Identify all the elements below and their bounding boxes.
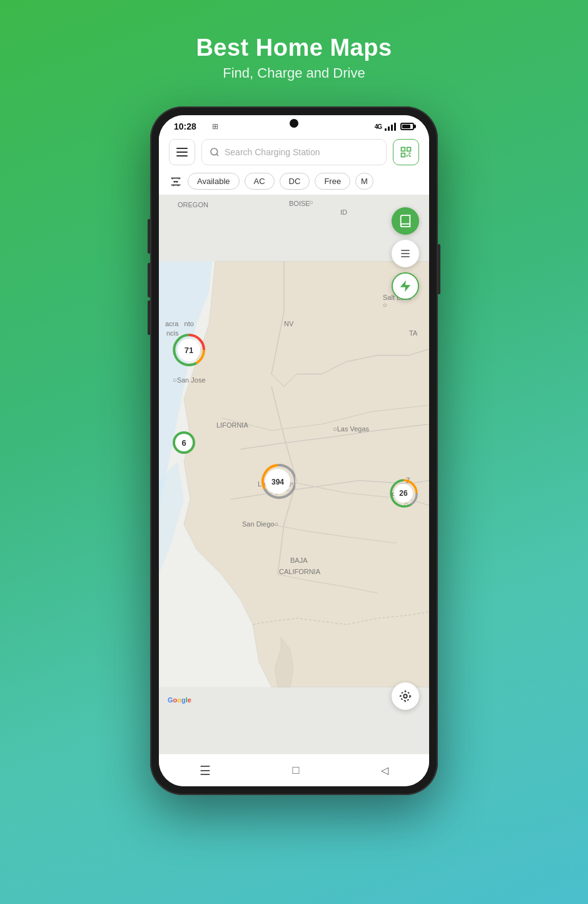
search-placeholder: Search Charging Station xyxy=(225,147,378,157)
label-san-jose: ○San Jose xyxy=(173,376,206,384)
label-nv: NV xyxy=(284,320,293,327)
status-time: 10:28 xyxy=(174,121,196,131)
label-boise: BOISE xyxy=(289,200,310,207)
label-oregon: OREGON xyxy=(178,201,208,208)
menu-button[interactable] xyxy=(169,139,195,165)
nav-home-button[interactable]: □ xyxy=(293,764,300,777)
filter-ac[interactable]: AC xyxy=(245,173,275,190)
signal-bar-4 xyxy=(394,123,396,131)
signal-4g-icon: 4G xyxy=(375,123,382,130)
bottom-nav: ☰ □ ◁ xyxy=(159,754,429,786)
app-title: Best Home Maps xyxy=(196,34,392,61)
signal-bar-2 xyxy=(388,126,390,131)
app-subtitle: Find, Charge and Drive xyxy=(196,65,392,81)
signal-bars xyxy=(385,122,396,131)
svg-marker-36 xyxy=(400,280,411,292)
filter-more[interactable]: M xyxy=(355,173,373,190)
signal-bar-1 xyxy=(385,128,387,131)
svg-text:26: 26 xyxy=(399,489,408,498)
camera-notch xyxy=(290,119,298,128)
label-boise-dot: ○ xyxy=(309,198,313,206)
map-area[interactable]: OREGON BOISE ○ ID Salt Lake ○ TA NV acra… xyxy=(159,195,429,754)
filter-free[interactable]: Free xyxy=(315,173,350,190)
status-bar: 10:28 ⊞ 4G xyxy=(159,115,429,135)
svg-text:71: 71 xyxy=(185,346,193,355)
location-icon xyxy=(398,689,412,703)
svg-rect-3 xyxy=(407,148,411,152)
cluster-marker-71[interactable]: 71 xyxy=(173,334,205,366)
svg-line-1 xyxy=(216,154,218,156)
search-icon xyxy=(210,147,220,157)
charge-button[interactable] xyxy=(392,272,419,300)
svg-text:6: 6 xyxy=(181,438,186,448)
svg-point-0 xyxy=(211,148,218,155)
phone-frame: 10:28 ⊞ 4G xyxy=(150,106,438,795)
list-icon xyxy=(399,247,412,260)
signal-bar-3 xyxy=(391,125,393,131)
label-salt-lake-dot: ○ xyxy=(383,301,387,309)
filter-available[interactable]: Available xyxy=(188,173,240,190)
cluster-marker-26[interactable]: 26 xyxy=(389,479,418,508)
filter-bar: Available AC DC Free M xyxy=(159,170,429,195)
battery-icon xyxy=(400,123,414,130)
search-area: Search Charging Station xyxy=(159,135,429,170)
hamburger-icon xyxy=(176,148,188,157)
phone-screen: 10:28 ⊞ 4G xyxy=(159,115,429,786)
lightning-icon xyxy=(398,279,412,293)
nav-back-button[interactable]: ◁ xyxy=(381,764,388,776)
map-actions xyxy=(392,207,419,300)
svg-rect-2 xyxy=(402,148,405,152)
label-baja: BAJA xyxy=(290,557,308,564)
filter-icon xyxy=(169,175,183,188)
map-view-button[interactable] xyxy=(392,207,419,235)
svg-line-8 xyxy=(408,155,410,157)
location-button[interactable] xyxy=(392,682,419,710)
svg-text:394: 394 xyxy=(271,478,284,486)
teams-icon: ⊞ xyxy=(212,122,218,131)
list-view-button[interactable] xyxy=(392,240,419,267)
label-california: LIFORNIA xyxy=(216,421,248,429)
app-header: Best Home Maps Find, Charge and Drive xyxy=(196,0,392,100)
cluster-marker-6[interactable]: 6 xyxy=(171,430,196,455)
svg-point-37 xyxy=(403,694,407,698)
svg-point-38 xyxy=(401,692,410,701)
label-baja-california: CALIFORNIA xyxy=(279,568,320,575)
label-san-diego: San Diego○ xyxy=(242,520,278,528)
filter-dc[interactable]: DC xyxy=(280,173,310,190)
label-id: ID xyxy=(340,208,347,216)
map-book-icon xyxy=(398,214,412,228)
label-ta: TA xyxy=(409,329,417,337)
battery-fill xyxy=(402,125,410,128)
svg-rect-4 xyxy=(402,153,405,157)
qr-button[interactable] xyxy=(393,139,419,165)
status-icons: 4G xyxy=(375,122,414,131)
label-las-vegas: ○Las Vegas xyxy=(333,425,369,433)
search-box[interactable]: Search Charging Station xyxy=(201,139,387,165)
google-watermark: Google xyxy=(168,696,191,704)
qr-icon xyxy=(400,146,412,158)
label-sacramento: acramnto xyxy=(165,320,194,327)
nav-hamburger-button[interactable]: ☰ xyxy=(200,763,211,778)
cluster-marker-394[interactable]: 394 xyxy=(260,464,295,499)
